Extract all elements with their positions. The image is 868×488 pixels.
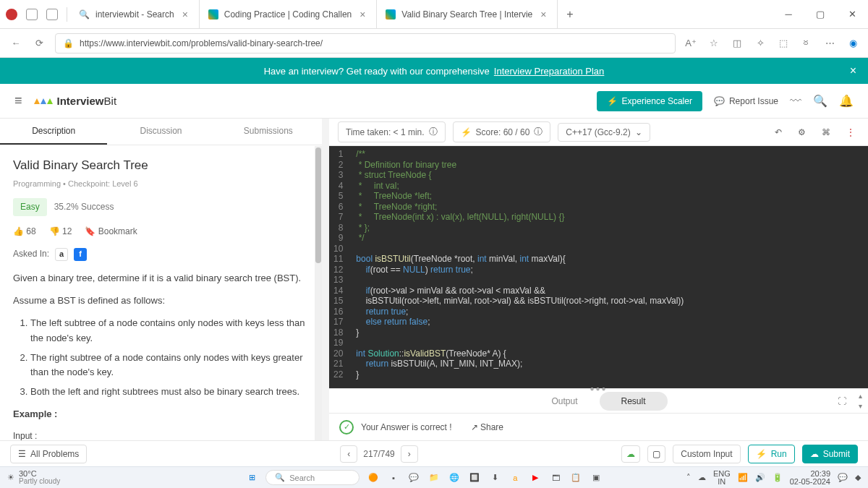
app-icon[interactable]: 🗔 <box>549 471 562 484</box>
browser-tab-0[interactable]: 🔍 interviewbit - Search × <box>70 0 200 28</box>
more-icon[interactable]: ⋮ <box>842 127 859 137</box>
app-icon[interactable]: a <box>509 471 522 484</box>
tab-description[interactable]: Description <box>0 119 107 145</box>
next-button[interactable]: › <box>401 445 418 463</box>
battery-icon[interactable]: 🔋 <box>773 473 783 482</box>
tab-title: Coding Practice | Coding Challen <box>224 9 352 20</box>
report-issue-link[interactable]: 💬 Report Issue <box>714 96 778 106</box>
amazon-icon[interactable]: a <box>55 248 68 261</box>
info-icon[interactable]: ⓘ <box>429 126 438 138</box>
close-button[interactable]: ✕ <box>836 0 868 28</box>
terminal-icon[interactable]: ▢ <box>647 445 665 463</box>
all-problems-button[interactable]: ☰ All Problems <box>10 445 87 463</box>
browser-tab-1[interactable]: Coding Practice | Coding Challen × <box>200 0 378 28</box>
wallet-icon[interactable]: ⬚ <box>777 37 790 50</box>
tab-output[interactable]: Output <box>529 392 599 411</box>
read-aloud-icon[interactable]: A⁺ <box>684 37 697 50</box>
url-input[interactable]: 🔒 https://www.interviewbit.com/problems/… <box>55 33 676 53</box>
url-text: https://www.interviewbit.com/problems/va… <box>80 38 668 48</box>
app-icon[interactable]: ⬇ <box>488 471 501 484</box>
taskbar-search[interactable]: 🔍 Search <box>265 470 359 485</box>
split-icon[interactable]: ◫ <box>731 37 744 50</box>
desc-para: Assume a BST is defined as follows: <box>13 294 309 309</box>
copilot-icon[interactable]: ◆ <box>855 473 861 482</box>
tab-submissions[interactable]: Submissions <box>215 119 322 145</box>
experience-scaler-button[interactable]: ⚡ Experience Scaler <box>597 91 702 111</box>
close-icon[interactable]: × <box>538 9 548 20</box>
copilot-icon[interactable]: ◉ <box>846 37 859 50</box>
activity-icon[interactable]: 〰 <box>790 95 801 108</box>
keyboard-icon[interactable]: ⌘ <box>817 127 835 137</box>
new-tab-button[interactable]: + <box>558 0 582 28</box>
example-block: Input : 1 / \ 2 3 <box>13 429 309 440</box>
app-icon[interactable]: 💬 <box>407 471 420 484</box>
browser-tab-2[interactable]: Valid Binary Search Tree | Intervie × <box>377 0 558 28</box>
cloud-icon[interactable]: ☁ <box>698 473 706 482</box>
refresh-button[interactable]: ⟳ <box>32 36 46 51</box>
downvote-button[interactable]: 👎 12 <box>49 225 72 239</box>
fullscreen-icon[interactable]: ⛶ <box>838 396 846 406</box>
workspace-icon[interactable] <box>26 9 38 20</box>
lightning-icon: ⚡ <box>756 449 767 459</box>
tab-discussion[interactable]: Discussion <box>107 119 214 145</box>
custom-input-button[interactable]: Custom Input <box>673 445 740 463</box>
wifi-icon[interactable]: 📶 <box>738 473 748 482</box>
collapse-icon[interactable]: ▾ <box>859 402 862 410</box>
windows-taskbar: ☀ 30°C Partly cloudy ⊞ 🔍 Search 🟠 ▪ 💬 📁 … <box>0 466 868 488</box>
app-icon[interactable]: 🟠 <box>367 471 380 484</box>
app-icon[interactable]: 🔲 <box>468 471 481 484</box>
more-icon[interactable]: ⋯ <box>823 37 836 50</box>
weather-widget[interactable]: ☀ 30°C Partly cloudy <box>7 470 60 485</box>
app-icon[interactable]: ▪ <box>387 471 400 484</box>
settings-icon[interactable]: ⚙ <box>793 127 810 137</box>
facebook-icon[interactable]: f <box>74 248 87 261</box>
minimize-button[interactable]: ─ <box>773 0 804 28</box>
favorite-icon[interactable]: ☆ <box>707 37 720 50</box>
volume-icon[interactable]: 🔊 <box>755 473 765 482</box>
language-indicator[interactable]: ENG IN <box>713 470 731 486</box>
logo[interactable]: InterviewBit <box>34 95 117 107</box>
expand-up-icon[interactable]: ▴ <box>859 392 862 400</box>
example-label: Example : <box>13 408 57 419</box>
share-button[interactable]: ↗ Share <box>471 422 503 432</box>
panel-splitter[interactable]: ⋮⋮ <box>322 119 329 440</box>
close-icon[interactable]: × <box>180 9 190 20</box>
sidebar-icon[interactable] <box>46 9 58 20</box>
undo-icon[interactable]: ↶ <box>770 127 786 137</box>
close-icon[interactable]: × <box>357 9 367 20</box>
prev-button[interactable]: ‹ <box>340 445 357 463</box>
bell-icon[interactable]: 🔔 <box>839 94 854 108</box>
chevron-up-icon[interactable]: ˄ <box>686 473 691 482</box>
upvote-button[interactable]: 👍 68 <box>13 225 36 239</box>
menu-icon[interactable]: ≡ <box>14 93 22 108</box>
back-button[interactable]: ← <box>9 36 23 51</box>
status-icon[interactable]: ☁ <box>621 445 640 463</box>
chat-icon: 💬 <box>714 96 725 106</box>
close-icon[interactable]: × <box>850 64 856 77</box>
info-icon[interactable]: ⓘ <box>534 126 542 138</box>
clock[interactable]: 20:39 02-05-2024 <box>790 470 830 486</box>
bookmark-button[interactable]: 🔖 Bookmark <box>85 225 137 239</box>
collections-icon[interactable]: ✧ <box>754 37 767 50</box>
drag-handle[interactable]: ●●● <box>590 385 607 393</box>
notification-icon[interactable]: 💬 <box>838 473 848 482</box>
youtube-icon[interactable]: ▶ <box>529 471 542 484</box>
start-icon[interactable]: ⊞ <box>245 471 258 484</box>
edge-icon[interactable]: 🌐 <box>448 471 461 484</box>
tab-result[interactable]: Result <box>600 392 668 411</box>
extensions-icon[interactable]: ఠ <box>800 37 813 50</box>
run-button[interactable]: ⚡ Run <box>748 445 795 463</box>
submit-button[interactable]: ☁ Submit <box>802 445 858 463</box>
app-icon[interactable]: 📁 <box>427 471 441 484</box>
banner-link[interactable]: Interview Preparation Plan <box>494 66 604 77</box>
app-icon[interactable]: 📋 <box>569 471 582 484</box>
terminal-icon[interactable]: ▣ <box>590 471 603 484</box>
site-icon <box>386 9 396 20</box>
search-icon[interactable]: 🔍 <box>813 94 827 108</box>
success-rate: 35.2% Success <box>54 200 114 214</box>
code-editor[interactable]: 12345678910111213141516171819202122 /** … <box>329 146 868 388</box>
maximize-button[interactable]: ▢ <box>804 0 836 28</box>
language-selector[interactable]: C++17 (Gcc-9.2) ⌄ <box>558 123 650 142</box>
scrollbar[interactable] <box>315 146 322 440</box>
promo-banner: Have an interview? Get ready with our co… <box>0 58 868 84</box>
